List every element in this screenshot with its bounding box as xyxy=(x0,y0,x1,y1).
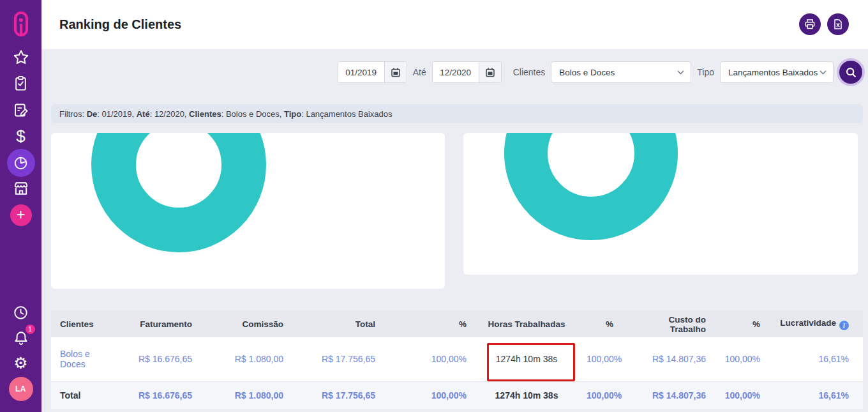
sidebar-item-reports-active[interactable] xyxy=(0,149,41,177)
chevron-down-icon xyxy=(677,70,684,75)
active-item-background xyxy=(7,149,35,177)
date-from-calendar-button[interactable] xyxy=(384,62,407,82)
sidebar-item-records[interactable] xyxy=(0,100,41,120)
summary-prefix: Filtros: xyxy=(59,109,87,119)
pie-chart-icon xyxy=(13,155,29,171)
sidebar-item-finance[interactable]: $ xyxy=(0,125,41,147)
clipboard-check-icon xyxy=(12,75,29,92)
col-header-clientes[interactable]: Clientes xyxy=(51,311,124,337)
info-icon[interactable]: i xyxy=(839,321,849,330)
table-total-row: Total R$ 16.676,65 R$ 1.080,00 R$ 17.756… xyxy=(51,381,863,409)
cell-pct-3: 100,00% xyxy=(715,337,769,381)
total-pct-1: 100,00% xyxy=(384,381,475,409)
cell-faturamento: R$ 16.676,65 xyxy=(124,337,201,381)
summary-clientes-label: Clientes xyxy=(189,109,221,119)
sidebar-item-tasks[interactable] xyxy=(0,73,41,93)
cell-pct-2: 100,00% xyxy=(578,337,622,381)
chevron-down-icon xyxy=(819,70,827,75)
col-header-pct-2[interactable]: % xyxy=(578,311,622,337)
add-new-button[interactable]: + xyxy=(0,204,41,226)
gear-icon: ⚙ xyxy=(13,354,27,372)
cell-lucratividade: 16,61% xyxy=(769,337,863,381)
total-comissao: R$ 1.080,00 xyxy=(201,381,292,409)
total-custo: R$ 14.807,36 xyxy=(622,381,715,409)
search-button[interactable] xyxy=(839,61,862,84)
col-header-comissao[interactable]: Comissão xyxy=(201,311,292,337)
paperclip-logo-icon xyxy=(7,8,35,41)
clients-select[interactable]: Bolos e Doces xyxy=(551,61,691,83)
date-from-group xyxy=(338,61,407,83)
sidebar: $ + 1 xyxy=(0,0,41,412)
date-to-calendar-button[interactable] xyxy=(479,62,501,82)
col-header-total[interactable]: Total xyxy=(292,311,384,337)
summary-ate-value: : 12/2020, xyxy=(150,109,189,119)
lucratividade-label: Lucratividade xyxy=(780,318,836,328)
plus-icon: + xyxy=(10,204,32,226)
notification-badge: 1 xyxy=(26,324,35,334)
clients-label: Clientes xyxy=(513,67,546,77)
page-title: Ranking de Clientes xyxy=(59,17,181,32)
col-header-faturamento[interactable]: Faturamento xyxy=(124,311,201,337)
excel-file-icon xyxy=(832,18,844,31)
summary-ate-label: Até xyxy=(137,109,150,119)
content-area: Até Clientes Bolos e Doces xyxy=(41,49,868,412)
cell-custo: R$ 14.807,36 xyxy=(622,337,715,381)
ranking-table-wrap: Clientes Faturamento Comissão Total % Ho… xyxy=(51,311,863,409)
cell-comissao: R$ 1.080,00 xyxy=(201,337,292,381)
clients-select-value: Bolos e Doces xyxy=(559,68,615,77)
total-pct-2: 100,00% xyxy=(578,381,622,409)
sidebar-item-store[interactable] xyxy=(0,178,41,199)
date-to-input[interactable] xyxy=(433,62,479,82)
export-excel-button[interactable] xyxy=(827,13,849,35)
donut-chart-card-left xyxy=(51,133,445,289)
avatar-initials: LA xyxy=(9,377,33,401)
date-from-input[interactable] xyxy=(338,62,384,82)
total-horas: 1274h 10m 38s xyxy=(475,381,578,409)
star-icon xyxy=(12,49,30,66)
client-link[interactable]: Bolos e Doces xyxy=(60,349,90,369)
total-pct-3: 100,00% xyxy=(715,381,769,409)
calendar-icon xyxy=(485,67,495,77)
summary-de-value: : 01/2019, xyxy=(97,109,136,119)
total-lucratividade: 16,61% xyxy=(769,381,863,409)
summary-tipo-value: : Lançamentos Baixados xyxy=(301,109,392,119)
summary-clientes-value: : Bolos e Doces, xyxy=(221,109,284,119)
type-label: Tipo xyxy=(697,67,714,77)
type-select[interactable]: Lançamentos Baixados xyxy=(720,61,834,83)
top-bar: Ranking de Clientes xyxy=(41,0,868,49)
date-to-label: Até xyxy=(413,67,426,77)
calendar-icon xyxy=(391,67,401,77)
filter-row: Até Clientes Bolos e Doces xyxy=(338,61,862,84)
donut-chart-card-right xyxy=(463,133,858,275)
total-label: Total xyxy=(51,381,124,409)
donut-chart-right xyxy=(504,133,678,240)
col-header-horas[interactable]: Horas Trabalhadas xyxy=(475,311,578,337)
settings-button[interactable]: ⚙ xyxy=(0,353,41,373)
print-button[interactable] xyxy=(799,13,821,35)
donut-chart-left xyxy=(91,133,266,252)
date-to-group xyxy=(432,61,502,83)
notifications-button[interactable]: 1 xyxy=(0,327,41,349)
app-logo[interactable] xyxy=(0,8,41,41)
main-area: Ranking de Clientes xyxy=(41,0,868,412)
applied-filters-summary: Filtros: De: 01/2019, Até: 12/2020, Clie… xyxy=(51,104,863,123)
dollar-icon: $ xyxy=(16,126,25,146)
clock-icon xyxy=(12,304,29,321)
search-icon xyxy=(844,66,858,79)
store-icon xyxy=(12,179,30,197)
sidebar-item-history[interactable] xyxy=(0,302,41,323)
document-edit-icon xyxy=(12,102,29,119)
col-header-lucratividade[interactable]: Lucratividadei xyxy=(769,311,863,337)
sidebar-item-favorites[interactable] xyxy=(0,47,41,68)
type-select-value: Lançamentos Baixados xyxy=(728,68,818,77)
col-header-pct-3[interactable]: % xyxy=(715,311,769,337)
table-row: Bolos e Doces R$ 16.676,65 R$ 1.080,00 R… xyxy=(51,337,863,381)
col-header-pct-1[interactable]: % xyxy=(384,311,475,337)
total-total: R$ 17.756,65 xyxy=(292,381,384,409)
printer-icon xyxy=(804,18,816,31)
table-header-row: Clientes Faturamento Comissão Total % Ho… xyxy=(51,311,863,337)
user-avatar[interactable]: LA xyxy=(0,377,41,401)
summary-tipo-label: Tipo xyxy=(284,109,301,119)
col-header-custo[interactable]: Custo do Trabalho xyxy=(622,311,715,337)
cell-horas-trabalhadas: 1274h 10m 38s xyxy=(475,337,578,381)
